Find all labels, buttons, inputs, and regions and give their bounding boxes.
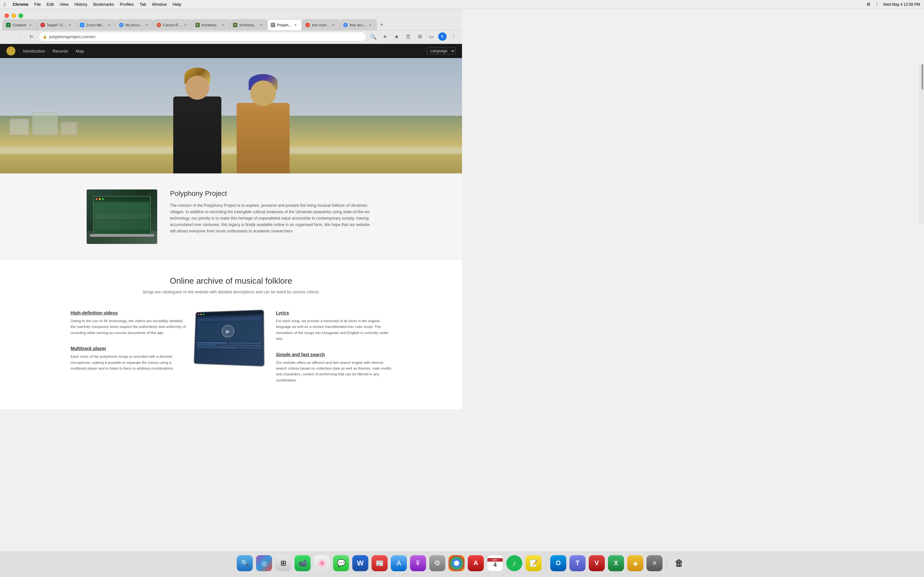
- tab-cancelr-close[interactable]: ✕: [183, 23, 188, 27]
- share-icon[interactable]: ⎈: [381, 32, 389, 41]
- reload-button[interactable]: ↻: [27, 32, 36, 41]
- intro-screenshot: [87, 189, 157, 244]
- nav-right: Language English Ukrainian Hungarian: [427, 47, 456, 55]
- tab-target-title: Target / S...: [47, 23, 66, 27]
- feature-search-title: Simple and fast search: [276, 352, 391, 357]
- extensions-icon[interactable]: ⧉: [415, 32, 424, 41]
- tab-kimberly1[interactable]: K Kimberly... ✕: [192, 19, 229, 30]
- chrome-menu[interactable]: ⋮: [449, 32, 458, 41]
- intro-description: The mission of the Polyphony Project is …: [170, 202, 375, 234]
- tab-kimberly1-title: Kimberly...: [202, 23, 219, 27]
- tab-zoom[interactable]: Z Zoom Me... ✕: [76, 19, 115, 30]
- back-button[interactable]: ←: [4, 32, 13, 41]
- close-button[interactable]: [5, 13, 9, 18]
- minimize-button[interactable]: [11, 13, 16, 18]
- feature-hd-videos: High-definition videos Owing to the use …: [71, 310, 186, 335]
- features-right: Lyrics For each song, we provide a trans…: [276, 310, 391, 393]
- tab-kimmart-title: kim mart...: [312, 23, 329, 27]
- tab-kimberly1-close[interactable]: ✕: [221, 23, 225, 27]
- menu-file[interactable]: File: [34, 2, 41, 7]
- profile-avatar[interactable]: K: [438, 32, 447, 41]
- features-center: ▶: [186, 310, 276, 374]
- intro-text: Polyphony Project The mission of the Pol…: [170, 189, 375, 234]
- tab-creative-title: Creative: [13, 23, 26, 27]
- chrome-titlebar: X Creative ✕ ◎ Target / S... ✕ Z Zoom Me…: [0, 9, 462, 31]
- language-selector[interactable]: Language English Ukrainian Hungarian: [427, 47, 456, 55]
- tab-cancelr-title: Cancel R...: [163, 23, 181, 27]
- tab-myaccount[interactable]: G My Acco... ✕: [115, 19, 153, 30]
- menu-profiles[interactable]: Profiles: [120, 2, 134, 7]
- intro-section: Polyphony Project The mission of the Pol…: [0, 173, 462, 260]
- hero-image: hr: [0, 58, 462, 173]
- features-left: High-definition videos Owing to the use …: [71, 310, 186, 382]
- window-controls: [0, 11, 462, 18]
- site-navigation: Introduction Records Map Language Englis…: [0, 44, 462, 58]
- app-name[interactable]: Chrome: [13, 2, 28, 7]
- menu-view[interactable]: View: [60, 2, 69, 7]
- nav-map[interactable]: Map: [76, 49, 84, 53]
- features-grid: High-definition videos Owing to the use …: [71, 310, 391, 393]
- menu-edit[interactable]: Edit: [47, 2, 54, 7]
- feature-hd-desc: Owing to the use of 4K technology, the v…: [71, 318, 186, 335]
- website-content: Introduction Records Map Language Englis…: [0, 44, 462, 409]
- address-text: polyphonyproject.com/en: [49, 34, 95, 39]
- search-icon[interactable]: 🔍: [369, 32, 378, 41]
- feature-lyrics-title: Lyrics: [276, 310, 391, 316]
- address-bar[interactable]: 🔒 polyphonyproject.com/en: [39, 32, 367, 41]
- apple-menu[interactable]: : [4, 2, 5, 7]
- tab-freeacu[interactable]: G free acu... ✕: [340, 19, 376, 30]
- tab-kimmart[interactable]: G kim mart... ✕: [302, 19, 340, 30]
- feature-multitrack-title: Multitrack player: [71, 346, 186, 351]
- nav-introduction[interactable]: Introduction: [23, 49, 45, 53]
- menu-window[interactable]: Window: [152, 2, 167, 7]
- menu-tab[interactable]: Tab: [140, 2, 146, 7]
- feature-hd-title: High-definition videos: [71, 310, 186, 316]
- tabs-bar: X Creative ✕ ◎ Target / S... ✕ Z Zoom Me…: [0, 19, 462, 30]
- tab-myaccount-close[interactable]: ✕: [144, 23, 149, 27]
- menu-help[interactable]: Help: [173, 2, 181, 7]
- feature-multitrack-desc: Each voice of the polyphonic songs is re…: [71, 354, 186, 371]
- tab-kimmart-close[interactable]: ✕: [331, 23, 336, 27]
- feature-lyrics-desc: For each song, we provide a transcript o…: [276, 318, 391, 342]
- tab-freeacu-close[interactable]: ✕: [368, 23, 373, 27]
- tab-freeacu-title: free acu...: [350, 23, 366, 27]
- intro-title: Polyphony Project: [170, 189, 375, 198]
- tab-polyphony[interactable]: P Polyph... ✕: [267, 19, 302, 30]
- archive-title: Online archive of musical folklore: [13, 276, 449, 286]
- new-tab-button[interactable]: +: [376, 19, 387, 30]
- bookmark-icon[interactable]: ★: [392, 32, 401, 41]
- tab-polyphony-close[interactable]: ✕: [293, 23, 298, 27]
- feature-lyrics: Lyrics For each song, we provide a trans…: [276, 310, 391, 342]
- tab-kimberly2[interactable]: K Kimberly... ✕: [229, 19, 267, 30]
- tab-polyphony-title: Polyph...: [277, 23, 292, 27]
- sideview-icon[interactable]: ▭: [427, 32, 436, 41]
- macos-menubar:  Chrome File Edit View creative History…: [0, 0, 462, 9]
- maximize-button[interactable]: [19, 13, 23, 18]
- forward-button[interactable]: →: [15, 32, 24, 41]
- reading-list-icon[interactable]: ☰: [404, 32, 413, 41]
- tab-zoom-close[interactable]: ✕: [107, 23, 111, 27]
- tab-target[interactable]: ◎ Target / S... ✕: [37, 19, 76, 30]
- site-logo: [6, 47, 15, 55]
- tab-zoom-title: Zoom Me...: [86, 23, 105, 27]
- address-bar-area: ← → ↻ 🔒 polyphonyproject.com/en 🔍 ⎈ ★ ☰ …: [0, 31, 462, 44]
- tab-kimberly2-close[interactable]: ✕: [258, 23, 263, 27]
- hero-buildings: [10, 113, 77, 135]
- polyphony-intro: Polyphony Project The mission of the Pol…: [87, 189, 375, 244]
- menu-bookmarks[interactable]: Bookmarks: [93, 2, 114, 7]
- tab-creative-close[interactable]: ✕: [28, 23, 33, 27]
- hero-side-text: hr: [455, 114, 459, 117]
- feature-search-desc: Our website offers an efficient and fast…: [276, 359, 391, 384]
- nav-records[interactable]: Records: [53, 49, 68, 53]
- tab-creative[interactable]: X Creative ✕: [3, 19, 37, 30]
- security-icon: 🔒: [43, 35, 47, 39]
- tab-cancelr[interactable]: G Cancel R... ✕: [153, 19, 192, 30]
- tab-target-close[interactable]: ✕: [68, 23, 72, 27]
- feature-search: Simple and fast search Our website offer…: [276, 352, 391, 384]
- tab-kimberly2-title: Kimberly...: [239, 23, 256, 27]
- archive-section: Online archive of musical folklore Songs…: [0, 260, 462, 409]
- menu-history-label[interactable]: History: [74, 2, 87, 7]
- chrome-window: X Creative ✕ ◎ Target / S... ✕ Z Zoom Me…: [0, 9, 462, 409]
- archive-subtitle: Songs are catalogued on the website with…: [13, 290, 449, 294]
- feature-multitrack: Multitrack player Each voice of the poly…: [71, 346, 186, 371]
